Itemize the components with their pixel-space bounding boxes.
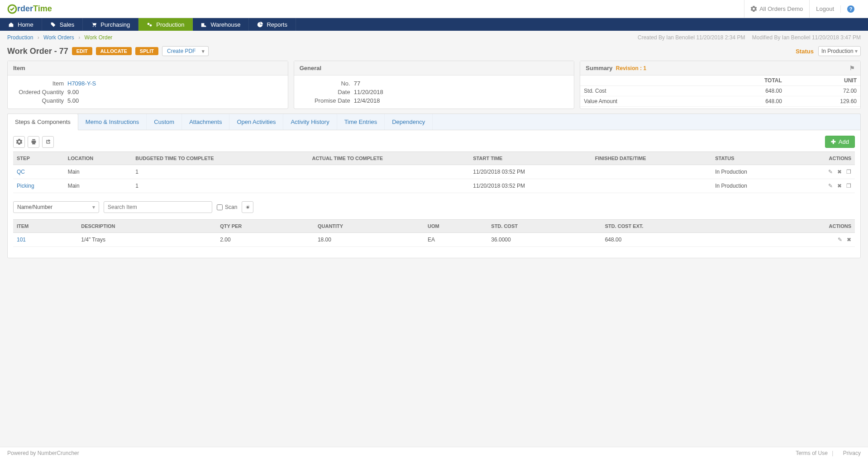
step-link[interactable]: QC [17,169,25,175]
gear-icon [751,6,757,12]
crumb-current: Work Order [85,34,113,41]
plus-icon: ✚ [831,138,836,145]
tag-icon [50,22,56,28]
home-icon [8,22,14,28]
steps-table: STEP LOCATION BUDGETED TIME TO COMPLETE … [13,151,855,193]
crumb-production[interactable]: Production [7,34,33,41]
status-select[interactable]: In Production ▾ [818,46,861,56]
delete-icon[interactable]: ✖ [847,237,851,243]
logo-check-icon [7,4,17,14]
summary-row: Value Amount648.00129.60 [580,96,860,107]
export-icon [45,139,51,145]
scan-checkbox-label[interactable]: Scan [217,204,237,210]
logo-text-order: rder [17,4,33,13]
print-icon [31,139,37,145]
svg-point-3 [148,23,150,25]
copy-icon[interactable]: ❐ [846,169,851,175]
table-row: QC Main 1 11/20/2018 03:52 PM In Product… [13,165,855,179]
components-table: ITEM DESCRIPTION QTY PER QUANTITY UOM ST… [13,219,855,247]
create-pdf-caret[interactable]: ▾ [198,46,209,56]
page-title: Work Order - 77 [7,47,68,56]
search-settings-button[interactable] [242,201,253,213]
main-nav: Home Sales Purchasing Production Warehou… [0,18,868,31]
tab-steps[interactable]: Steps & Components [7,114,78,130]
tab-dependency[interactable]: Dependency [385,114,433,130]
cart-icon [91,22,97,28]
pie-icon [257,22,263,28]
tab-open-activities[interactable]: Open Activities [229,114,283,130]
edit-icon[interactable]: ✎ [838,237,842,243]
edit-icon[interactable]: ✎ [828,183,833,189]
export-button[interactable] [42,136,54,148]
svg-point-1 [93,26,94,27]
demo-label: All Orders Demo [759,0,803,18]
allocate-button[interactable]: ALLOCATE [96,47,132,55]
svg-point-4 [150,24,152,26]
copy-icon[interactable]: ❐ [846,183,851,189]
logout-link[interactable]: Logout [809,0,840,18]
logo[interactable]: rderTime [7,4,52,14]
settings-button[interactable] [13,136,25,148]
nav-production[interactable]: Production [138,18,193,31]
nav-purchasing[interactable]: Purchasing [83,18,138,31]
panel-general: General No.77 Date11/20/2018 Promise Dat… [294,61,575,109]
split-button[interactable]: SPLIT [135,47,158,55]
table-row: 101 1/4" Trays 2.00 18.00 EA 36.0000 648… [13,233,855,247]
breadcrumb: Production › Work Orders › Work Order [7,34,112,41]
logo-text-time: Time [33,4,52,13]
panel-summary: Summary Revision : 1 ⚑ TOTALUNIT Std. Co… [580,61,861,109]
create-pdf-button[interactable]: Create PDF [162,46,200,56]
flag-icon[interactable]: ⚑ [849,65,855,71]
demo-link[interactable]: All Orders Demo [744,0,809,18]
crumb-work-orders[interactable]: Work Orders [43,34,74,41]
search-mode-select[interactable]: Name/Number▾ [13,201,99,213]
panel-item: Item ItemH7098-Y-S Ordered Quantity9.00 … [7,61,288,109]
nav-home[interactable]: Home [0,18,42,31]
tab-time-entries[interactable]: Time Entries [337,114,385,130]
svg-point-2 [95,26,96,27]
tab-custom[interactable]: Custom [147,114,182,130]
nav-sales[interactable]: Sales [42,18,83,31]
help-link[interactable]: ? [840,5,861,13]
tabs: Steps & Components Memo & Instructions C… [7,114,861,130]
table-row: Picking Main 1 11/20/2018 03:52 PM In Pr… [13,179,855,193]
edit-icon[interactable]: ✎ [828,169,833,175]
nav-warehouse[interactable]: Warehouse [193,18,249,31]
summary-row: Std. Cost648.0072.00 [580,86,860,96]
step-link[interactable]: Picking [17,183,34,189]
help-icon: ? [847,5,854,13]
delete-icon[interactable]: ✖ [837,169,842,175]
nav-reports[interactable]: Reports [249,18,296,31]
truck-icon [201,22,207,28]
add-button[interactable]: ✚Add [825,136,855,148]
scan-checkbox[interactable] [217,204,223,210]
print-button[interactable] [28,136,39,148]
item-link[interactable]: H7098-Y-S [67,80,96,87]
audit-info: Created By Ian Benoliel 11/20/2018 2:34 … [632,34,861,41]
search-input[interactable] [104,201,212,213]
item-link[interactable]: 101 [17,237,26,243]
tab-attachments[interactable]: Attachments [182,114,229,130]
tab-activity-history[interactable]: Activity History [283,114,337,130]
status-label: Status [796,48,814,55]
gear-icon [16,139,22,145]
edit-button[interactable]: EDIT [72,47,92,55]
tab-memo[interactable]: Memo & Instructions [78,114,147,130]
delete-icon[interactable]: ✖ [837,183,842,189]
gears-icon [147,22,153,28]
gear-icon [245,204,251,210]
